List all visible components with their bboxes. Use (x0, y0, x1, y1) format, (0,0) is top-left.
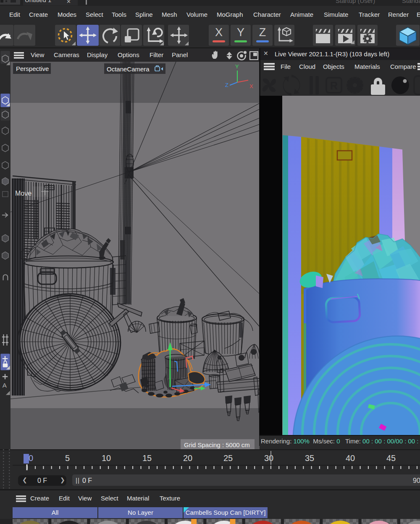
svg-text:A: A (3, 382, 7, 389)
svg-text:Y: Y (235, 63, 239, 70)
svg-text:X: X (249, 83, 253, 89)
svg-text:OctaneCamera: OctaneCamera (107, 66, 150, 73)
svg-text:Grid Spacing : 5000 cm: Grid Spacing : 5000 cm (184, 441, 250, 448)
svg-text:Move: Move (15, 190, 32, 197)
svg-text:Z: Z (225, 82, 228, 88)
svg-text:R: R (330, 80, 338, 92)
svg-text:Perspective: Perspective (16, 65, 49, 72)
